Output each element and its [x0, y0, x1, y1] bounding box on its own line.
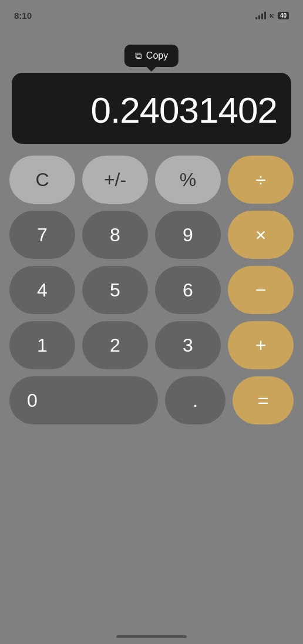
button-add[interactable]: +: [228, 321, 294, 369]
button-row-1: C +/- % ÷: [9, 156, 294, 204]
button-plus-minus[interactable]: +/-: [82, 156, 148, 204]
button-8[interactable]: 8: [82, 211, 148, 259]
calculator-buttons: C +/- % ÷ 7 8 9 × 4 5 6 − 1 2 3 + 0 . =: [9, 156, 294, 424]
button-row-4: 1 2 3 +: [9, 321, 294, 369]
copy-label: Copy: [146, 50, 168, 61]
button-divide[interactable]: ÷: [228, 156, 294, 204]
status-bar: 8:10 𝛋 40: [0, 0, 303, 26]
display-number: 0.24031402: [12, 73, 291, 131]
button-decimal[interactable]: .: [165, 376, 226, 424]
button-6[interactable]: 6: [155, 266, 221, 314]
button-2[interactable]: 2: [82, 321, 148, 369]
button-subtract[interactable]: −: [228, 266, 294, 314]
button-0[interactable]: 0: [9, 376, 158, 424]
button-row-5: 0 . =: [9, 376, 294, 424]
button-9[interactable]: 9: [155, 211, 221, 259]
button-row-3: 4 5 6 −: [9, 266, 294, 314]
button-4[interactable]: 4: [9, 266, 75, 314]
battery-label: 40: [278, 12, 289, 19]
button-1[interactable]: 1: [9, 321, 75, 369]
wifi-icon: 𝛋: [270, 11, 274, 20]
button-equals[interactable]: =: [233, 376, 294, 424]
copy-tooltip[interactable]: ⧉ Copy: [124, 45, 179, 67]
battery-icon: 40: [278, 12, 289, 19]
display-area: ⧉ Copy 0.24031402: [12, 73, 291, 144]
home-indicator: [116, 635, 187, 638]
button-7[interactable]: 7: [9, 211, 75, 259]
signal-icon: [255, 11, 266, 19]
button-percent[interactable]: %: [155, 156, 221, 204]
status-time: 8:10: [14, 11, 32, 21]
status-icons: 𝛋 40: [255, 11, 289, 20]
button-3[interactable]: 3: [155, 321, 221, 369]
button-clear[interactable]: C: [9, 156, 75, 204]
copy-icon: ⧉: [135, 50, 142, 61]
button-multiply[interactable]: ×: [228, 211, 294, 259]
button-row-2: 7 8 9 ×: [9, 211, 294, 259]
button-5[interactable]: 5: [82, 266, 148, 314]
